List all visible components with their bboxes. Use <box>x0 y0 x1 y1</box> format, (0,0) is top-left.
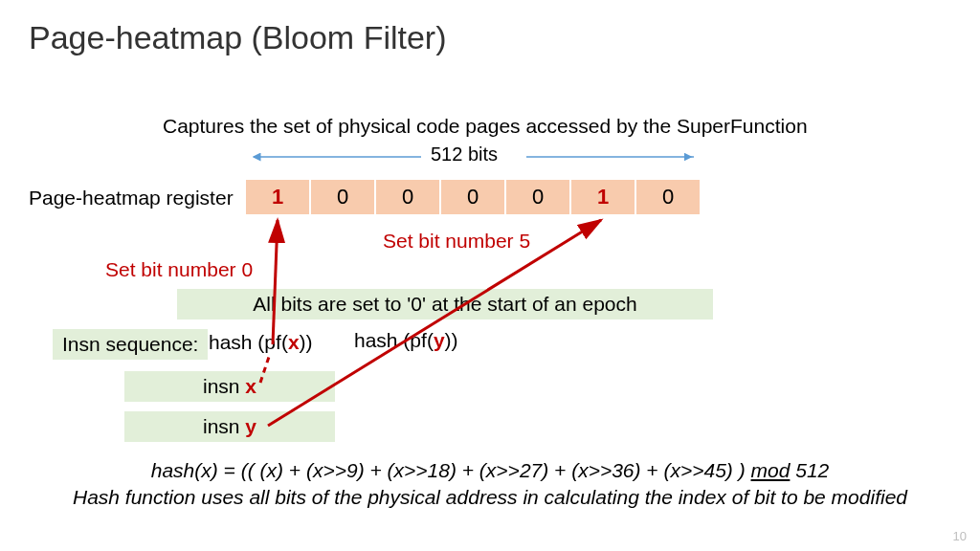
hash-formula-note: Hash function uses all bits of the physi… <box>0 486 980 509</box>
page-number: 10 <box>953 529 967 543</box>
svg-line-2 <box>260 354 270 383</box>
hash-formula: hash(x) = (( (x) + (x>>9) + (x>>18) + (x… <box>0 459 980 482</box>
svg-line-3 <box>273 220 278 344</box>
svg-line-4 <box>268 220 601 426</box>
